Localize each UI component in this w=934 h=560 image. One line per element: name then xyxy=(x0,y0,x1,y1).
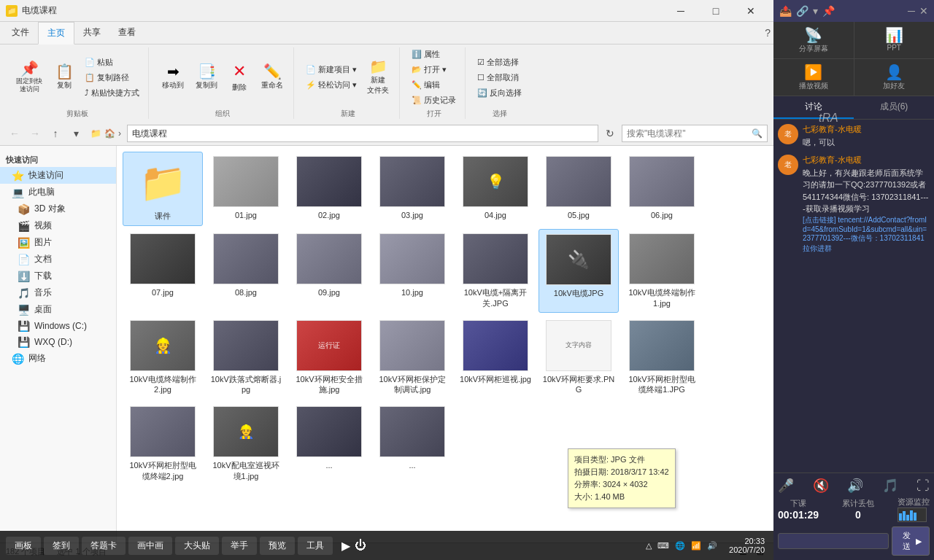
taskbar-gongju[interactable]: 工具 xyxy=(298,537,333,555)
file-item-elbow2[interactable]: 10kV环网柜肘型电缆终端2.jpg xyxy=(123,402,203,486)
tab-file[interactable]: 文件 xyxy=(3,22,38,44)
edit-button[interactable]: ✏️ 编辑 xyxy=(409,78,459,92)
panel-minimize-icon[interactable]: ─ xyxy=(908,5,915,17)
file-item-cable[interactable]: 🔌 10kV电缆JPG xyxy=(539,229,619,313)
panel-dropdown-icon[interactable]: ▾ xyxy=(813,5,818,17)
panel-close-icon[interactable]: ✕ xyxy=(919,5,928,17)
refresh-button[interactable]: ↻ xyxy=(601,125,619,142)
file-item-extra2[interactable]: ... xyxy=(372,402,452,486)
panel-share-icon[interactable]: 📤 xyxy=(779,5,792,17)
copy-to-button[interactable]: 📑 复制到 xyxy=(191,62,222,93)
minimize-button[interactable]: ─ xyxy=(664,0,698,22)
file-item-06[interactable]: 06.jpg xyxy=(622,152,702,226)
forward-button[interactable]: → xyxy=(26,125,44,142)
file-item-patrol[interactable]: 10kV环网柜巡视.jpg xyxy=(455,316,536,400)
send-button[interactable]: 发送 ▶ xyxy=(892,526,930,556)
file-item-folder[interactable]: 📁 课件 xyxy=(123,152,203,226)
sidebar-item-network[interactable]: 🌐 网络 xyxy=(0,350,116,367)
search-icon[interactable]: 🔍 xyxy=(747,128,767,139)
panel-link-icon[interactable]: 🔗 xyxy=(796,5,808,17)
chat-input[interactable] xyxy=(778,533,889,549)
volume-icon[interactable]: 🔊 xyxy=(847,478,863,494)
taskbar-huazhonghua[interactable]: 画中画 xyxy=(128,537,172,555)
history-button[interactable]: 📜 历史记录 xyxy=(409,93,459,107)
share-screen-button[interactable]: 📡 分享屏幕 xyxy=(773,22,854,58)
taskbar-play-icon[interactable]: ▶ xyxy=(341,539,350,553)
taskbar-huaban[interactable]: 画板 xyxy=(6,537,41,555)
file-item-elbow1[interactable]: 10kV环网柜肘型电缆终端1.JPG xyxy=(622,316,702,400)
sidebar-item-desktop[interactable]: 🖥️ 桌面 xyxy=(0,301,116,318)
file-item-10[interactable]: 10.jpg xyxy=(372,229,452,313)
search-input[interactable] xyxy=(622,128,747,139)
copy-button[interactable]: 📋 复制 xyxy=(50,62,79,93)
volume-sys-icon[interactable]: 🔊 xyxy=(707,541,717,551)
file-item-terminal1[interactable]: 10kV电缆终端制作1.jpg xyxy=(622,229,702,313)
tab-members[interactable]: 成员(6) xyxy=(854,96,934,119)
taskbar-yulan[interactable]: 预览 xyxy=(260,537,295,555)
taskbar-jiandao[interactable]: 签到 xyxy=(44,537,79,555)
sidebar-item-pc[interactable]: 💻 此电脑 xyxy=(0,184,116,201)
tab-discussion[interactable]: 讨论 xyxy=(773,96,854,119)
mute-icon[interactable]: 🔇 xyxy=(813,478,829,494)
sidebar-item-3d[interactable]: 📦 3D 对象 xyxy=(0,201,116,217)
sidebar-item-drivd[interactable]: 💾 WXQ (D:) xyxy=(0,334,116,350)
rename-button[interactable]: ✏️ 重命名 xyxy=(257,62,287,93)
paste-button[interactable]: 📄 粘贴 xyxy=(82,55,142,69)
panel-pin-icon[interactable]: 📌 xyxy=(822,5,835,17)
file-item-extra1[interactable]: ... xyxy=(289,402,369,486)
deselect-button[interactable]: ☐ 全部取消 xyxy=(474,71,525,85)
file-item-07[interactable]: 07.jpg xyxy=(123,229,203,313)
file-item-safety[interactable]: 运行证 10kV环网柜安全措施.jpg xyxy=(289,316,369,400)
file-item-04[interactable]: 💡 04.jpg xyxy=(455,152,536,226)
move-button[interactable]: ➡ 移动到 xyxy=(158,62,188,93)
file-item-fuse[interactable]: 10kV跌落式熔断器.jpg xyxy=(206,316,286,400)
file-item-02[interactable]: 02.jpg xyxy=(289,152,369,226)
sidebar-item-drivc[interactable]: 💾 Windows (C:) xyxy=(0,318,116,334)
copy-path-button[interactable]: 📋 复制路径 xyxy=(82,71,142,85)
file-item-cable-switch[interactable]: 10kV电缆+隔离开关.JPG xyxy=(455,229,536,313)
select-all-button[interactable]: ☑ 全部选择 xyxy=(474,55,525,69)
file-item-terminal2[interactable]: 👷 10kV电缆终端制作2.jpg xyxy=(123,316,203,400)
taskbar-jushou[interactable]: 举手 xyxy=(222,537,257,555)
sidebar-item-docs[interactable]: 📄 文档 xyxy=(0,251,116,268)
add-friend-button[interactable]: 👤 加好友 xyxy=(854,59,935,96)
show-hidden-icon[interactable]: △ xyxy=(646,541,652,551)
easy-access-button[interactable]: ⚡ 轻松访问 ▾ xyxy=(303,78,360,92)
sidebar-item-downloads[interactable]: ⬇️ 下载 xyxy=(0,268,116,284)
up-button[interactable]: ↑ xyxy=(47,125,64,142)
tab-view[interactable]: 查看 xyxy=(109,22,144,44)
file-item-require[interactable]: 文字内容 10kV环网柜要求.PNG xyxy=(539,316,619,400)
ppt-button[interactable]: 📊 PPT xyxy=(854,22,935,58)
fullscreen-icon[interactable]: ⛶ xyxy=(916,478,930,494)
paste-shortcut-button[interactable]: ⤴ 粘贴快捷方式 xyxy=(82,86,142,100)
maximize-button[interactable]: □ xyxy=(699,0,733,22)
new-folder-button[interactable]: 📁 新建 文件夹 xyxy=(363,57,393,98)
pin-button[interactable]: 📌 固定到快速访问 xyxy=(12,59,47,96)
file-item-env1[interactable]: 👷 10kV配电室巡视环境1.jpg xyxy=(206,402,286,486)
sidebar-item-quick-access[interactable]: ⭐ 快速访问 xyxy=(0,167,116,184)
recent-button[interactable]: ▾ xyxy=(67,125,85,142)
tab-home[interactable]: 主页 xyxy=(38,22,74,44)
delete-button[interactable]: ✕ 删除 xyxy=(225,60,254,95)
file-item-08[interactable]: 08.jpg xyxy=(206,229,286,313)
mic-icon[interactable]: 🎤 xyxy=(778,478,794,494)
new-item-button[interactable]: 📄 新建项目 ▾ xyxy=(303,63,360,77)
file-item-03[interactable]: 03.jpg xyxy=(372,152,452,226)
taskbar-power-icon[interactable]: ⏻ xyxy=(355,539,366,552)
close-button[interactable]: ✕ xyxy=(734,0,768,22)
sidebar-item-music[interactable]: 🎵 音乐 xyxy=(0,284,116,301)
properties-button[interactable]: ℹ️ 属性 xyxy=(409,47,459,61)
help-icon[interactable]: ? xyxy=(765,27,771,39)
sidebar-item-video[interactable]: 🎬 视频 xyxy=(0,217,116,234)
taskbar-datika[interactable]: 答题卡 xyxy=(82,537,126,555)
invert-button[interactable]: 🔄 反向选择 xyxy=(474,86,525,100)
address-input[interactable]: 电缆课程 xyxy=(127,125,598,142)
file-item-09[interactable]: 09.jpg xyxy=(289,229,369,313)
file-item-protect[interactable]: 10kV环网柜保护定制调试.jpg xyxy=(372,316,452,400)
file-item-05[interactable]: 05.jpg xyxy=(539,152,619,226)
music-icon[interactable]: 🎵 xyxy=(882,478,898,494)
sidebar-item-pictures[interactable]: 🖼️ 图片 xyxy=(0,234,116,251)
file-item-01[interactable]: 01.jpg xyxy=(206,152,286,226)
play-video-button[interactable]: ▶️ 播放视频 xyxy=(773,59,854,96)
back-button[interactable]: ← xyxy=(6,125,23,142)
